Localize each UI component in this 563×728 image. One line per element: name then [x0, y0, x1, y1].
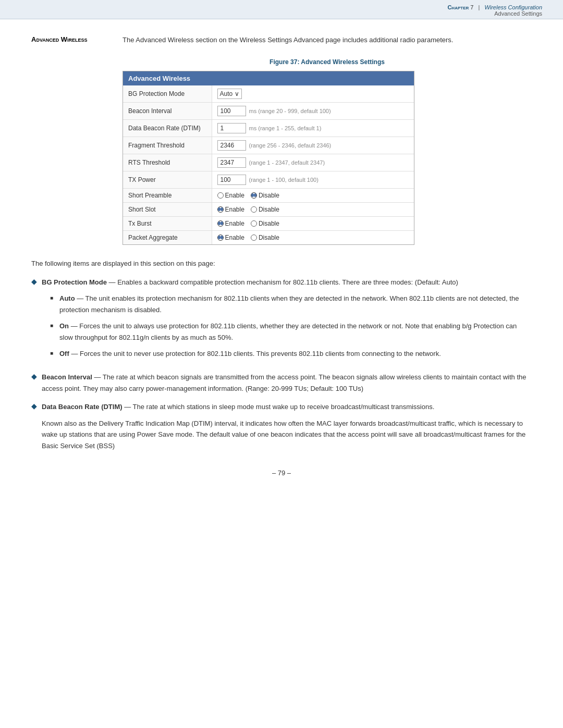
- enable-label-6: Enable: [225, 192, 244, 199]
- row-label: Packet Aggregate: [123, 230, 212, 244]
- chapter-title: Wireless Configuration: [484, 4, 542, 10]
- disable-label-8: Disable: [259, 220, 279, 227]
- bullet-diamond-2: ◆: [31, 402, 42, 410]
- section-desc: The Advanced Wireless section on the Wir…: [123, 35, 453, 46]
- bullet-main-text-0: BG Protection Mode — Enables a backward …: [42, 278, 458, 286]
- sub-bullet-square-0-1: ■: [50, 322, 59, 330]
- hint-text-5: (range 1 - 100, default 100): [249, 177, 319, 183]
- settings-table-container: Advanced Wireless BG Protection ModeAuto…: [123, 71, 414, 245]
- row-label: Beacon Interval: [123, 102, 212, 119]
- row-value[interactable]: 1ms (range 1 - 255, default 1): [212, 119, 414, 137]
- chapter-label: Chapter: [447, 4, 469, 10]
- radio-group-7: EnableDisable: [217, 206, 409, 213]
- sub-bullet-content-0-2: Off — Forces the unit to never use prote…: [59, 348, 441, 359]
- hint-text-4: (range 1 - 2347, default 2347): [249, 159, 325, 166]
- sub-bullet-content-0-0: Auto — The unit enables its protection m…: [59, 293, 532, 315]
- radio-group-6: EnableDisable: [217, 192, 409, 199]
- bullet-diamond-0: ◆: [31, 277, 42, 286]
- hint-text-2: ms (range 1 - 255, default 1): [249, 125, 322, 131]
- row-value[interactable]: 100(range 1 - 100, default 100): [212, 171, 414, 188]
- disable-label-7: Disable: [259, 206, 279, 213]
- page-number: – 79 –: [31, 469, 532, 487]
- sub-bullet-item-0-0: ■Auto — The unit enables its protection …: [50, 293, 532, 315]
- radio-circle-disable-9: [251, 235, 257, 241]
- radio-enable-9[interactable]: Enable: [217, 234, 244, 241]
- bullet-diamond-1: ◆: [31, 372, 42, 380]
- row-label: Fragment Threshold: [123, 137, 212, 154]
- input-field-3[interactable]: 2346: [217, 140, 246, 151]
- bullet-item-beacon-interval: ◆Beacon Interval — The rate at which bea…: [31, 372, 532, 394]
- bullets-container: ◆BG Protection Mode — Enables a backward…: [31, 277, 532, 459]
- radio-circle-disable-8: [251, 220, 257, 227]
- row-value[interactable]: EnableDisable: [212, 230, 414, 244]
- radio-enable-8[interactable]: Enable: [217, 220, 244, 227]
- row-label: Tx Burst: [123, 216, 212, 230]
- sub-bullet-list-0: ■Auto — The unit enables its protection …: [50, 293, 532, 359]
- chapter-num: 7: [470, 4, 473, 10]
- row-value[interactable]: 100ms (range 20 - 999, default 100): [212, 102, 414, 119]
- radio-group-8: EnableDisable: [217, 220, 409, 227]
- radio-disable-6[interactable]: Disable: [251, 192, 279, 199]
- table-row: BG Protection ModeAuto ∨: [123, 85, 414, 103]
- enable-label-7: Enable: [225, 206, 244, 213]
- row-value[interactable]: 2346(range 256 - 2346, default 2346): [212, 137, 414, 154]
- radio-disable-8[interactable]: Disable: [251, 220, 279, 227]
- sub-bullet-item-0-1: ■On — Forces the unit to always use prot…: [50, 320, 532, 343]
- hint-text-1: ms (range 20 - 999, default 100): [249, 108, 331, 114]
- table-row: Data Beacon Rate (DTIM)1ms (range 1 - 25…: [123, 119, 414, 137]
- input-field-4[interactable]: 2347: [217, 157, 246, 168]
- radio-circle-enable-9: [217, 235, 224, 241]
- row-value[interactable]: EnableDisable: [212, 202, 414, 216]
- input-field-5[interactable]: 100: [217, 175, 246, 185]
- bullet-main-text-1: Beacon Interval — The rate at which beac…: [42, 373, 527, 392]
- radio-circle-enable-7: [217, 206, 224, 213]
- row-label: Short Slot: [123, 202, 212, 216]
- page-header: Chapter 7 | Wireless Configuration Advan…: [0, 0, 563, 19]
- radio-disable-7[interactable]: Disable: [251, 206, 279, 213]
- figure-caption: Figure 37: Advanced Wireless Settings: [123, 58, 532, 66]
- radio-circle-enable-8: [217, 220, 224, 227]
- row-label: Data Beacon Rate (DTIM): [123, 119, 212, 137]
- disable-label-6: Disable: [259, 192, 279, 199]
- row-label: RTS Threshold: [123, 154, 212, 171]
- input-field-1[interactable]: 100: [217, 106, 246, 116]
- sub-bullet-content-0-1: On — Forces the unit to always use prote…: [59, 320, 532, 343]
- enable-label-8: Enable: [225, 220, 244, 227]
- row-value[interactable]: 2347(range 1 - 2347, default 2347): [212, 154, 414, 171]
- table-row: Short PreambleEnableDisable: [123, 188, 414, 202]
- table-row: TX Power100(range 1 - 100, default 100): [123, 171, 414, 188]
- sub-bullet-square-0-2: ■: [50, 349, 59, 358]
- bullet-content-0: BG Protection Mode — Enables a backward …: [42, 277, 532, 365]
- radio-circle-disable-7: [251, 206, 257, 213]
- table-row: Packet AggregateEnableDisable: [123, 230, 414, 244]
- radio-disable-9[interactable]: Disable: [251, 234, 279, 241]
- table-row: Tx BurstEnableDisable: [123, 216, 414, 230]
- continuation-para-2: Known also as the Delivery Traffic Indic…: [42, 418, 532, 451]
- bg-protection-select[interactable]: Auto ∨: [217, 89, 242, 99]
- disable-label-9: Disable: [259, 234, 279, 241]
- row-label: TX Power: [123, 171, 212, 188]
- row-label: BG Protection Mode: [123, 85, 212, 103]
- bullet-main-text-2: Data Beacon Rate (DTIM) — The rate at wh…: [42, 403, 434, 411]
- table-header: Advanced Wireless: [123, 71, 414, 85]
- table-row: Short SlotEnableDisable: [123, 202, 414, 216]
- row-value[interactable]: Auto ∨: [212, 85, 414, 103]
- sub-bullet-square-0-0: ■: [50, 294, 59, 303]
- header-pipe: |: [479, 4, 482, 10]
- bullet-content-2: Data Beacon Rate (DTIM) — The rate at wh…: [42, 401, 532, 459]
- radio-enable-6[interactable]: Enable: [217, 192, 244, 199]
- section-label: Advanced Wireless: [31, 35, 123, 43]
- row-label: Short Preamble: [123, 188, 212, 202]
- input-field-2[interactable]: 1: [217, 123, 246, 133]
- following-text: The following items are displayed in thi…: [31, 260, 532, 267]
- radio-enable-7[interactable]: Enable: [217, 206, 244, 213]
- enable-label-9: Enable: [225, 234, 244, 241]
- bullet-content-1: Beacon Interval — The rate at which beac…: [42, 372, 532, 394]
- row-value[interactable]: EnableDisable: [212, 216, 414, 230]
- table-row: Fragment Threshold2346(range 256 - 2346,…: [123, 137, 414, 154]
- row-value[interactable]: EnableDisable: [212, 188, 414, 202]
- sub-title: Advanced Settings: [21, 10, 542, 17]
- bullet-item-data-beacon-rate: ◆Data Beacon Rate (DTIM) — The rate at w…: [31, 401, 532, 459]
- main-content: Advanced Wireless The Advanced Wireless …: [0, 19, 563, 508]
- advanced-wireless-table: BG Protection ModeAuto ∨Beacon Interval1…: [123, 85, 414, 244]
